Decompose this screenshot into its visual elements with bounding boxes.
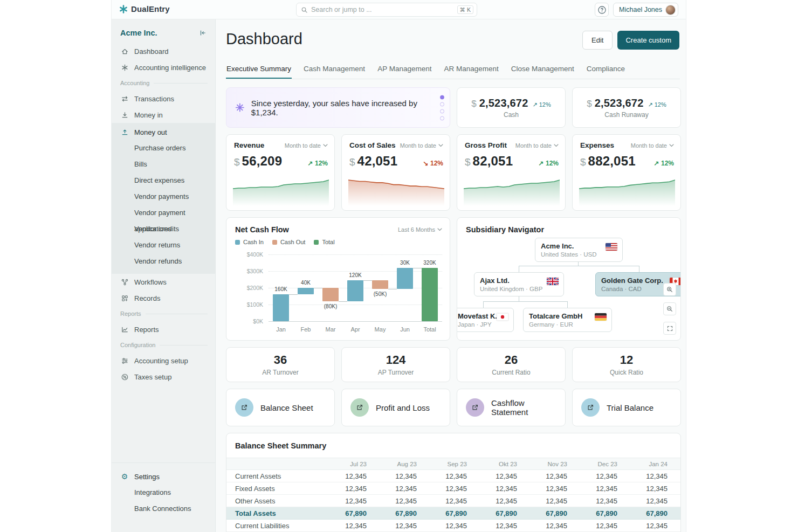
avatar: [665, 5, 676, 15]
cell-value: 12,345: [525, 495, 575, 507]
sidebar-item-workflows[interactable]: Workflows: [112, 274, 215, 290]
japan-flag-icon: [497, 313, 508, 321]
sidebar-subitem-vendor-credits[interactable]: Vendor credits: [112, 221, 215, 237]
tab-ap-management[interactable]: AP Management: [377, 64, 432, 79]
tab-ar-management[interactable]: AR Management: [443, 64, 499, 79]
sidebar-item-reports[interactable]: Reports: [112, 321, 215, 337]
x-axis-label: Apr: [343, 326, 368, 333]
edit-button[interactable]: Edit: [582, 31, 613, 50]
carousel-dot[interactable]: [440, 109, 444, 113]
ai-insight-banner[interactable]: Since yesterday, your sales have increas…: [226, 87, 450, 128]
cell-value: 12,345: [525, 520, 575, 532]
report-link-profit-and-loss[interactable]: Profit and Loss: [341, 389, 450, 426]
org-connector: [639, 266, 639, 272]
sidebar-subitem-bills[interactable]: Bills: [112, 156, 215, 172]
sidebar-item-accounting-setup[interactable]: Accounting setup: [112, 353, 215, 369]
help-button[interactable]: [595, 3, 609, 17]
sidebar-subitem-vendor-payment-applications[interactable]: Vendor payment applications: [112, 205, 215, 221]
search-icon: [301, 6, 308, 13]
sidebar-item-integrations[interactable]: Integrations: [112, 485, 215, 501]
sidebar-item-label: Reports: [134, 326, 159, 334]
org-switcher[interactable]: Acme Inc.: [120, 29, 157, 37]
metric-card-expenses: ExpensesMonth to date$882,051↗ 12%: [572, 134, 681, 211]
sidebar-subitem-direct-expenses[interactable]: Direct expenses: [112, 172, 215, 189]
org-node-acme[interactable]: Acme Inc. United States · USD: [535, 238, 623, 262]
metric-range-label: Month to date: [400, 142, 436, 149]
bar-value-label: (50K): [368, 291, 393, 297]
tab-cash-management[interactable]: Cash Management: [303, 64, 366, 79]
user-menu-button[interactable]: Michael Jones: [613, 3, 678, 17]
report-link-cashflow-statement[interactable]: Cashflow Statement: [457, 389, 566, 426]
metric-range-dropdown[interactable]: Month to date: [515, 142, 559, 149]
sidebar-item-bank-connections[interactable]: Bank Connections: [112, 501, 215, 517]
search-input[interactable]: Search or jump to ... ⌘ K: [296, 3, 477, 17]
org-node-movefast[interactable]: Movefast K.K. Japan · JPY: [457, 308, 514, 332]
tab-close-management[interactable]: Close Management: [511, 64, 575, 79]
org-node-totalcare[interactable]: Totalcare GmbH Germany · EUR: [523, 308, 612, 332]
ratio-value: 36: [274, 353, 287, 367]
metric-range-dropdown[interactable]: Month to date: [631, 142, 674, 149]
cell-value: 12,345: [575, 470, 625, 482]
column-header-feb-24: Feb 24: [675, 458, 680, 470]
metric-range-dropdown[interactable]: Month to date: [400, 142, 443, 149]
cell-value: 12,345: [374, 482, 424, 495]
report-link-trial-balance[interactable]: Trial Balance: [572, 389, 681, 426]
sparkline-chart: [464, 175, 560, 206]
sidebar-item-money-out[interactable]: Money out: [112, 124, 215, 140]
x-axis-label: Jun: [393, 326, 417, 333]
sidebar-collapse-button[interactable]: [198, 28, 208, 38]
currency-symbol: $: [587, 99, 591, 109]
report-link-balance-sheet[interactable]: Balance Sheet: [226, 389, 335, 426]
carousel-dot[interactable]: [440, 116, 444, 120]
cell-value: 12,345: [374, 520, 424, 532]
waterfall-connector: [314, 288, 322, 288]
sidebar-item-dashboard[interactable]: Dashboard: [112, 43, 215, 59]
cell-value: 12,345: [625, 495, 675, 507]
create-custom-button[interactable]: Create custom: [617, 31, 679, 50]
cell-value: 12,345: [424, 482, 474, 495]
metric-range-dropdown[interactable]: Month to date: [285, 142, 328, 149]
ratio-label: AR Turnover: [262, 369, 298, 376]
kpi-card-cash: $2,523,672↗ 12%Cash: [457, 87, 566, 128]
column-header-okt-23: Okt 23: [474, 458, 525, 470]
sidebar-item-label: Taxes setup: [134, 373, 171, 381]
banner-carousel-dots: [440, 95, 444, 120]
subsidiary-navigator-title: Subsidiary Navigator: [466, 225, 544, 234]
logo[interactable]: DualEntry: [119, 4, 170, 13]
sidebar-item-records[interactable]: Records: [112, 290, 215, 306]
sidebar-item-settings[interactable]: ⚙ Settings: [112, 468, 215, 485]
sidebar-subitem-vendor-returns[interactable]: Vendor returns: [112, 237, 215, 253]
sidebar-subitem-purchase-orders[interactable]: Purchase orders: [112, 140, 215, 156]
waterfall-chart: $0K$100K$200K$300K$400K160KJan40KFeb(80K…: [226, 218, 450, 340]
fullscreen-button[interactable]: [663, 322, 676, 335]
cell-value: 12,345: [324, 470, 374, 482]
sidebar-item-money-in[interactable]: Money in: [112, 107, 215, 123]
org-connector: [483, 301, 484, 308]
balance-sheet-table-scroll[interactable]: Jul 23Aug 23Sep 23Okt 23Nov 23Dec 23Jan …: [226, 458, 680, 532]
ratio-value: 124: [386, 353, 406, 367]
org-node-ajax[interactable]: Ajax Ltd. United Kingdom · GBP: [474, 272, 564, 296]
tab-executive-summary[interactable]: Executive Summary: [226, 64, 292, 79]
gridline: [269, 321, 442, 322]
zoom-in-button[interactable]: [663, 283, 676, 296]
sidebar-item-transactions[interactable]: Transactions: [112, 91, 215, 107]
waterfall-bar-may: [372, 280, 388, 289]
sidebar-item-taxes-setup[interactable]: Taxes setup: [112, 369, 215, 385]
carousel-dot[interactable]: [440, 95, 444, 99]
waterfall-bar-apr: [347, 280, 363, 301]
sidebar-money-out-children: Purchase ordersBillsDirect expensesVendo…: [112, 140, 215, 270]
tab-compliance[interactable]: Compliance: [586, 64, 625, 79]
metric-range-label: Month to date: [631, 142, 667, 149]
sidebar-item-accounting-intelligence[interactable]: Accounting intelligence: [112, 59, 215, 75]
ratio-value: 12: [620, 353, 633, 367]
home-icon: [120, 47, 129, 56]
cell-value: 12,345: [324, 520, 374, 532]
sidebar-subitem-vendor-refunds[interactable]: Vendor refunds: [112, 253, 215, 270]
carousel-dot[interactable]: [440, 102, 444, 106]
cell-value: 12,345: [324, 495, 374, 507]
bar-value-label: 30K: [393, 260, 417, 266]
metric-range-label: Month to date: [285, 142, 321, 149]
row-label: Total Assets: [226, 507, 324, 520]
sidebar-subitem-vendor-payments[interactable]: Vendor payments: [112, 189, 215, 205]
zoom-out-button[interactable]: [663, 302, 676, 315]
